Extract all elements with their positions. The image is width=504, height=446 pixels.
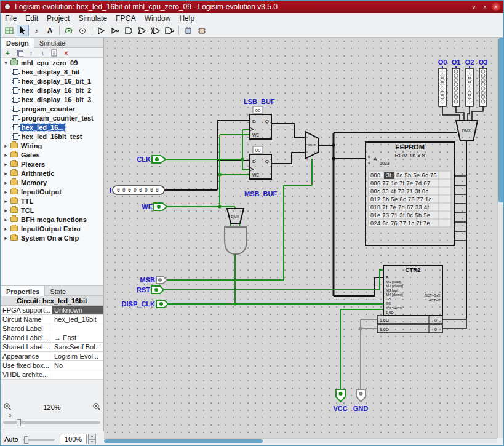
property-row[interactable]: FPGA support...Unknown — [1, 306, 103, 315]
led-bar[interactable] — [479, 66, 487, 106]
output-register-0[interactable]: 1,6D 0 — [377, 316, 442, 324]
fpga-chip-icon[interactable] — [182, 25, 194, 36]
tree-item-progam_counter[interactable]: progam_counter — [1, 104, 103, 113]
input-pin-tool-icon[interactable] — [63, 25, 75, 36]
maximize-icon[interactable]: ∧ — [479, 2, 490, 12]
delete-circuit-icon[interactable]: × — [62, 49, 71, 57]
menu-project[interactable]: Project — [47, 14, 70, 23]
canvas-zoom-value[interactable]: 100% — [60, 434, 87, 444]
collapse-icon[interactable]: ▸ — [3, 143, 9, 149]
property-row[interactable]: VHDL archite... — [1, 370, 103, 380]
zoom-slider-thumb[interactable] — [17, 419, 21, 426]
buffer-gate-icon[interactable] — [95, 25, 108, 36]
edit-tool-icon[interactable] — [17, 25, 29, 36]
horizontal-scrollbar-thumb[interactable] — [104, 439, 263, 443]
spin-down-icon[interactable]: ▼ — [88, 439, 96, 445]
sim-speed-slider[interactable] — [23, 439, 55, 441]
tree-item-hex_display_16_bit_1[interactable]: hex_display_16_bit_1 — [1, 76, 103, 86]
collapse-icon[interactable]: ▸ — [3, 161, 9, 167]
collapse-icon[interactable]: ▸ — [3, 180, 9, 186]
property-row[interactable]: Shared Label — [1, 324, 103, 333]
led-bar[interactable] — [466, 66, 473, 106]
tree-item-input-output[interactable]: ▸ Input/Output — [1, 187, 103, 196]
tab-properties[interactable]: Properties — [1, 286, 45, 297]
tab-simulate[interactable]: Simulate — [34, 38, 71, 48]
add-circuit-icon[interactable]: + — [3, 49, 12, 57]
demux-top[interactable]: DMX — [456, 121, 478, 141]
nand-gate-icon[interactable] — [163, 25, 175, 36]
collapse-icon[interactable]: ▸ — [3, 170, 9, 177]
move-up-icon[interactable]: ↑ — [26, 49, 36, 57]
led-bar[interactable] — [439, 66, 446, 106]
property-row[interactable]: Use fixed box...No — [1, 361, 103, 370]
move-down-icon[interactable]: ↓ — [38, 49, 47, 57]
rst-input-pin[interactable] — [151, 286, 164, 293]
register-msb[interactable]: 00 D Q WE — [250, 146, 271, 179]
menu-help[interactable]: Help — [179, 14, 194, 23]
property-row[interactable]: Circuit Namehex_led_16bit — [1, 315, 103, 324]
output-register-1[interactable]: 1,6D 0 — [377, 325, 442, 333]
msb-input-pin[interactable] — [156, 276, 167, 284]
collapse-icon[interactable]: ▸ — [3, 235, 9, 241]
and-gate-icon[interactable] — [122, 25, 135, 36]
collapse-icon[interactable]: ▸ — [3, 226, 9, 232]
collapse-icon[interactable]: ▸ — [3, 217, 9, 223]
horizontal-scrollbar[interactable] — [104, 438, 497, 443]
output-pin-tool-icon[interactable] — [76, 25, 89, 36]
tree-item-hex_led_16bit[interactable]: hex_led_16... — [1, 122, 103, 132]
collapse-icon[interactable]: ▸ — [3, 198, 9, 204]
led-bar[interactable] — [452, 66, 460, 106]
menu-simulate[interactable]: Simulate — [78, 14, 107, 23]
property-row[interactable]: Shared Label ...→ East — [1, 333, 103, 343]
led-bar-displays[interactable]: O0 O1 O2 O3 — [438, 58, 488, 106]
menu-fpga[interactable]: FPGA — [116, 14, 136, 23]
poke-tool-icon[interactable]: ♪ — [30, 25, 42, 36]
demux-we[interactable]: DMX — [227, 209, 244, 223]
i-input-pin[interactable]: 00000000 — [113, 186, 164, 194]
circuit-canvas[interactable]: O0 O1 O2 O3 — [104, 38, 497, 438]
fpga-settings-icon[interactable] — [196, 25, 208, 36]
menu-window[interactable]: Window — [145, 14, 171, 23]
board-grid-icon[interactable] — [3, 25, 15, 36]
tree-item-project-root[interactable]: ▾ mhl_cpu_zero_09 — [1, 58, 103, 67]
mux-component[interactable]: MUX — [305, 132, 319, 159]
clk-input-pin[interactable] — [152, 156, 166, 163]
close-icon[interactable]: × — [492, 2, 500, 11]
tree-item-ttl[interactable]: ▸ TTL — [1, 196, 103, 205]
text-tool-icon[interactable]: A — [44, 25, 56, 36]
menu-edit[interactable]: Edit — [25, 14, 38, 23]
tree-item-hex_display_8_bit[interactable]: hex_display_8_bit — [1, 67, 103, 76]
tree-item-hex_display_16_bit_2[interactable]: hex_display_16_bit_2 — [1, 86, 103, 95]
tree-item-gates[interactable]: ▸ Gates — [1, 150, 103, 159]
not-gate-icon[interactable] — [109, 25, 121, 36]
tree-item-bfh-mega-functions[interactable]: ▸ BFH mega functions — [1, 215, 103, 224]
tree-item-memory[interactable]: ▸ Memory — [1, 178, 103, 187]
disp-clk-input-pin[interactable] — [156, 300, 168, 308]
schematic-canvas[interactable]: O0 O1 O2 O3 — [104, 38, 497, 438]
minimize-icon[interactable]: ∨ — [468, 2, 479, 12]
tree-item-wiring[interactable]: ▸ Wiring — [1, 141, 103, 150]
we-input-pin[interactable] — [154, 203, 167, 210]
tree-item-hex_led_16bit_test[interactable]: hex_led_16bit_test — [1, 132, 103, 141]
collapse-icon[interactable]: ▸ — [3, 207, 9, 213]
vertical-scrollbar[interactable] — [497, 38, 504, 438]
vcc-pin[interactable] — [336, 389, 345, 402]
tree-item-arithmetic[interactable]: ▸ Arithmetic — [1, 169, 103, 178]
tree-item-input-output-extra[interactable]: ▸ Input/Output Extra — [1, 224, 103, 233]
module-icon[interactable] — [15, 49, 24, 57]
xor-gate-icon[interactable] — [150, 25, 162, 36]
collapse-icon[interactable]: ▸ — [3, 189, 9, 195]
counter-component[interactable]: CTR2 R M1 [load] M2 [count] M3 [up] M4 [… — [383, 265, 442, 316]
zoom-in-icon[interactable] — [92, 402, 101, 412]
spin-up-icon[interactable]: ▲ — [88, 434, 96, 439]
tree-item-program_counter_test[interactable]: program_counter_test — [1, 113, 103, 122]
collapse-icon[interactable]: ▸ — [3, 152, 9, 158]
and-gate[interactable] — [225, 227, 247, 254]
expand-icon[interactable]: ▾ — [3, 60, 9, 66]
eeprom-component[interactable]: EEPROM ROM 1K x 8 0 9 A 1023 000 — [366, 142, 454, 245]
register-lsb[interactable]: 00 D Q WE — [250, 106, 271, 139]
menu-file[interactable]: File — [5, 14, 17, 23]
gnd-pin[interactable] — [356, 389, 366, 402]
tab-state[interactable]: State — [45, 286, 71, 297]
tree-item-system-on-a-chip[interactable]: ▸ System On a Chip — [1, 233, 103, 242]
